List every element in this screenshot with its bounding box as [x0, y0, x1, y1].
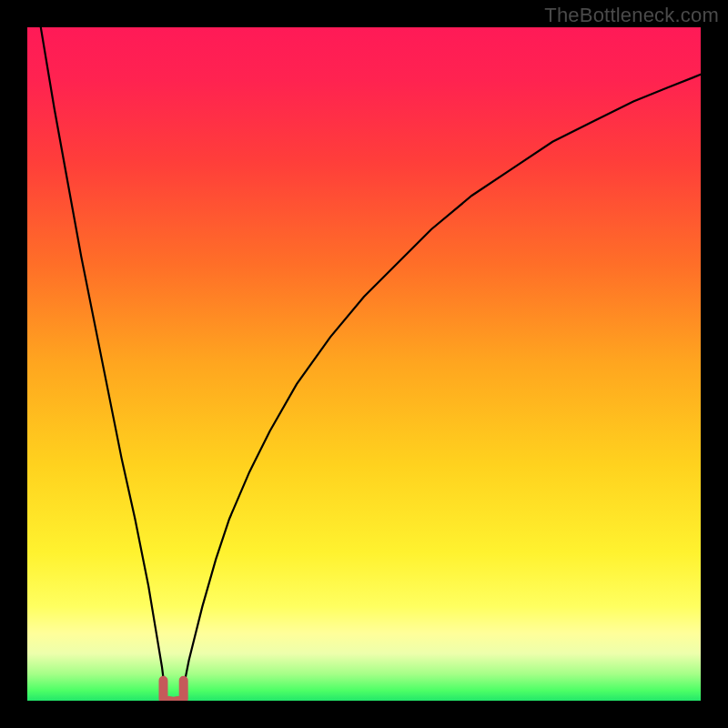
- plot-area: [27, 27, 701, 701]
- plot-svg: [27, 27, 701, 701]
- chart-frame: TheBottleneck.com: [0, 0, 728, 728]
- gradient-background: [27, 27, 701, 701]
- watermark-text: TheBottleneck.com: [544, 4, 719, 27]
